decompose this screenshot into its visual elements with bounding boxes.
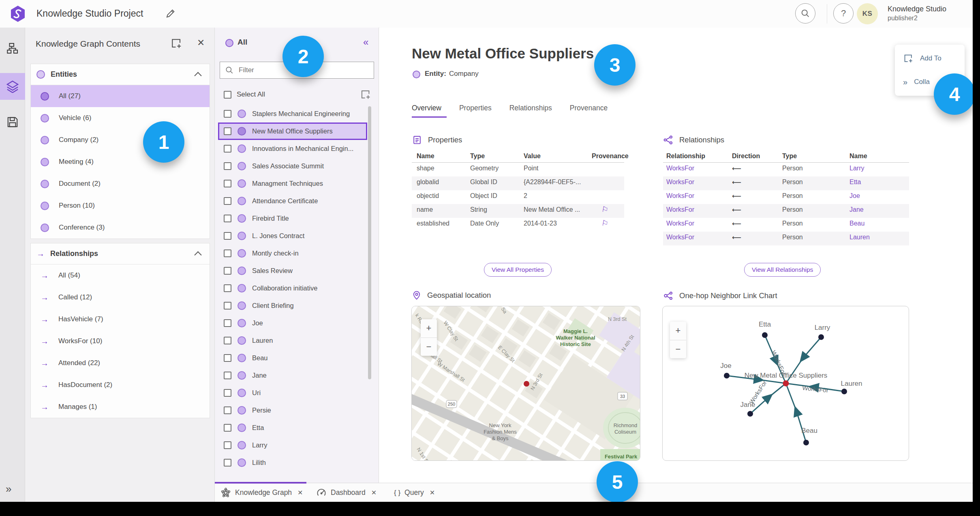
item-checkbox[interactable] <box>224 372 231 379</box>
geospatial-map[interactable]: k Rd W Clay St Sa N 3rd St N 4th St arsh… <box>411 306 640 461</box>
item-checkbox[interactable] <box>224 406 231 414</box>
relationship-link[interactable]: WorksFor <box>666 178 694 186</box>
relationships-item-called[interactable]: → Called (12) <box>31 286 210 308</box>
list-item[interactable]: Firebird Title <box>215 210 379 227</box>
entities-item-conference[interactable]: Conference (3) <box>31 217 210 239</box>
node-jane[interactable] <box>747 411 753 417</box>
close-tab-icon[interactable]: ✕ <box>297 489 303 497</box>
item-checkbox[interactable] <box>224 354 231 362</box>
item-checkbox[interactable] <box>224 110 231 118</box>
node-joe[interactable] <box>724 373 730 378</box>
list-item[interactable]: Managment Techniques <box>215 175 379 192</box>
related-entity-link[interactable]: Beau <box>849 220 864 227</box>
entities-header[interactable]: Entities <box>31 64 210 85</box>
tab-provenance[interactable]: Provenance <box>570 104 608 112</box>
list-item[interactable]: Joe <box>215 314 379 332</box>
list-item-selected[interactable]: New Metal Office Suppliers <box>218 123 367 140</box>
item-checkbox[interactable] <box>224 424 231 432</box>
relationships-item-hasvehicle[interactable]: → HasVehicle (7) <box>31 308 210 330</box>
relationships-item-manages[interactable]: → Manages (1) <box>31 396 210 418</box>
collapse-relationships-icon[interactable] <box>194 251 201 258</box>
related-entity-link[interactable]: Joe <box>849 192 860 200</box>
item-checkbox[interactable] <box>224 337 231 344</box>
list-item[interactable]: Etta <box>215 419 379 436</box>
relationship-link[interactable]: WorksFor <box>666 192 694 200</box>
list-scrollbar[interactable] <box>368 106 371 379</box>
rail-save-button[interactable] <box>0 109 25 135</box>
related-entity-link[interactable]: Larry <box>849 165 864 172</box>
list-item[interactable]: Innovations in Mechanical Engin... <box>215 140 379 157</box>
item-checkbox[interactable] <box>224 145 231 153</box>
node-beau[interactable] <box>803 440 809 445</box>
item-checkbox[interactable] <box>224 441 231 449</box>
tab-overview[interactable]: Overview <box>412 104 441 112</box>
list-item[interactable]: Beau <box>215 349 379 367</box>
related-entity-link[interactable]: Lauren <box>849 234 870 241</box>
relationships-item-attended[interactable]: → Attended (22) <box>31 352 210 374</box>
list-item[interactable]: Attendance Certificate <box>215 192 379 210</box>
list-item[interactable]: Collaboration initiative <box>215 280 379 297</box>
list-item[interactable]: Montly check-in <box>215 245 379 262</box>
list-item[interactable]: Persie <box>215 402 379 419</box>
entities-item-vehicle[interactable]: Vehicle (6) <box>31 107 210 129</box>
item-checkbox[interactable] <box>224 232 231 240</box>
link-chart-canvas[interactable]: Etta Larry Joe Lauren Jane Beau New Meta… <box>663 306 909 460</box>
item-checkbox[interactable] <box>224 319 231 327</box>
item-checkbox[interactable] <box>224 127 231 135</box>
item-checkbox[interactable] <box>224 249 231 257</box>
relationships-item-worksfor[interactable]: → WorksFor (10) <box>31 330 210 352</box>
add-to-new-layer-button[interactable] <box>360 89 371 100</box>
list-item[interactable]: Larry <box>215 436 379 454</box>
list-item[interactable]: Jane <box>215 367 379 384</box>
search-button[interactable] <box>795 3 815 24</box>
item-checkbox[interactable] <box>224 267 231 275</box>
provenance-flag-icon[interactable]: ⚐ <box>601 204 609 215</box>
related-entity-link[interactable]: Jane <box>849 206 864 213</box>
item-checkbox[interactable] <box>224 180 231 187</box>
node-etta[interactable] <box>762 332 768 338</box>
relationships-header[interactable]: → Relationships <box>31 243 210 264</box>
tab-relationships[interactable]: Relationships <box>509 104 552 112</box>
zoom-out-button[interactable]: − <box>670 340 686 359</box>
add-layer-button[interactable] <box>170 37 182 49</box>
close-tab-icon[interactable]: ✕ <box>371 489 377 497</box>
map-canvas[interactable]: k Rd W Clay St Sa N 3rd St N 4th St arsh… <box>412 306 640 460</box>
list-item[interactable]: Staplers Mechanical Engineering <box>215 105 379 123</box>
entities-item-document[interactable]: Document (2) <box>31 173 210 195</box>
rail-layers-button[interactable] <box>0 73 25 100</box>
view-all-properties-button[interactable]: View All Properties <box>484 263 552 277</box>
list-item[interactable]: Lilith <box>215 454 379 471</box>
list-item[interactable]: Client Briefing <box>215 297 379 314</box>
view-tab-dashboard[interactable]: Dashboard ✕ <box>316 483 377 502</box>
help-button[interactable]: ? <box>833 3 854 24</box>
rail-expand-button[interactable]: » <box>6 483 11 495</box>
relationships-item-all[interactable]: → All (54) <box>31 264 210 286</box>
relationship-link[interactable]: WorksFor <box>666 220 694 227</box>
collapse-entities-icon[interactable] <box>194 72 201 79</box>
node-lauren[interactable] <box>841 389 847 394</box>
item-checkbox[interactable] <box>224 459 231 467</box>
relationship-link[interactable]: WorksFor <box>666 234 694 241</box>
item-checkbox[interactable] <box>224 389 231 397</box>
list-item[interactable]: Uri <box>215 384 379 402</box>
entities-item-person[interactable]: Person (10) <box>31 195 210 217</box>
node-center[interactable] <box>783 381 789 387</box>
item-checkbox[interactable] <box>224 162 231 170</box>
entities-item-meeting[interactable]: Meeting (4) <box>31 151 210 173</box>
item-checkbox[interactable] <box>224 197 231 205</box>
view-all-relationships-button[interactable]: View All Relationships <box>744 263 821 277</box>
view-tab-query[interactable]: { } Query ✕ <box>394 483 435 502</box>
item-checkbox[interactable] <box>224 302 231 310</box>
select-all-checkbox[interactable] <box>224 91 231 99</box>
user-avatar[interactable]: KS <box>857 3 878 24</box>
rail-hierarchy-button[interactable] <box>0 35 25 62</box>
node-larry[interactable] <box>818 334 824 340</box>
close-tab-icon[interactable]: ✕ <box>430 489 435 497</box>
list-item[interactable]: Sales Review <box>215 262 379 280</box>
edit-title-icon[interactable] <box>165 8 176 19</box>
item-checkbox[interactable] <box>224 284 231 292</box>
add-to-menu-item[interactable]: Add To <box>895 50 965 67</box>
entities-item-all[interactable]: All (27) <box>31 85 210 107</box>
list-item[interactable]: L. Jones Contract <box>215 227 379 245</box>
zoom-in-button[interactable]: + <box>421 319 437 338</box>
